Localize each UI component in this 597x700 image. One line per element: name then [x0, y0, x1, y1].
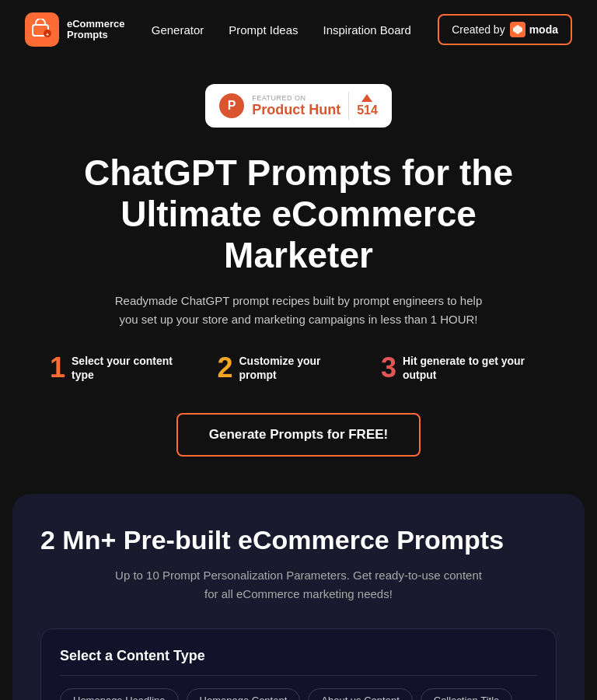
step-2-number: 2	[217, 354, 232, 382]
product-hunt-icon: P	[219, 93, 244, 118]
step-2-label: Customize your prompt	[239, 354, 350, 382]
content-tag-homepage-headline[interactable]: Homepage Headline	[60, 688, 179, 700]
ph-featured-label: FEATURED ON	[252, 94, 340, 102]
moda-name: moda	[529, 23, 558, 36]
logo-text: eCommerce Prompts	[67, 19, 124, 41]
bottom-section: 2 Mn+ Pre-built eCommerce Prompts Up to …	[12, 494, 585, 700]
hero-title: ChatGPT Prompts for the Ultimate eCommer…	[50, 152, 547, 276]
step-2: 2 Customize your prompt	[217, 354, 349, 382]
logo-icon: +	[25, 12, 59, 47]
product-hunt-badge[interactable]: P FEATURED ON Product Hunt 514	[205, 84, 392, 128]
bottom-title: 2 Mn+ Pre-built eCommerce Prompts	[40, 525, 557, 555]
navbar: + eCommerce Prompts Generator Prompt Ide…	[0, 0, 597, 59]
step-1: 1 Select your content type	[50, 354, 186, 382]
nav-link-inspiration-board[interactable]: Inspiration Board	[323, 23, 410, 37]
created-by-text: Created by	[452, 23, 504, 36]
hero-section: P FEATURED ON Product Hunt 514 ChatGPT P…	[0, 59, 597, 494]
step-1-text: Select your content type	[72, 354, 186, 382]
content-tag-about-us-content[interactable]: About us Content	[308, 688, 412, 700]
product-hunt-text: FEATURED ON Product Hunt	[252, 94, 340, 118]
content-tags: Homepage HeadlineHomepage ContentAbout u…	[60, 688, 537, 700]
step-3-number: 3	[381, 354, 396, 382]
ph-upvote-icon	[361, 94, 372, 102]
step-3-text: Hit generate to get your output	[403, 354, 547, 382]
ph-vote-count: 514	[357, 103, 378, 117]
moda-icon	[510, 22, 525, 37]
hero-subtitle: Readymade ChatGPT prompt recipes built b…	[104, 292, 493, 329]
step-3: 3 Hit generate to get your output	[381, 354, 547, 382]
step-1-number: 1	[50, 354, 65, 382]
content-tag-collection-title[interactable]: Collection Title	[421, 688, 513, 700]
moda-logo: moda	[510, 22, 558, 37]
svg-marker-3	[513, 25, 522, 34]
nav-link-prompt-ideas[interactable]: Prompt Ideas	[229, 23, 298, 37]
nav-links: Generator Prompt Ideas Inspiration Board	[152, 23, 411, 37]
content-type-card: Select a Content Type Homepage HeadlineH…	[40, 628, 557, 700]
ph-title: Product Hunt	[252, 102, 340, 118]
logo[interactable]: + eCommerce Prompts	[25, 12, 124, 47]
step-2-text: Customize your prompt	[239, 354, 350, 382]
bottom-subtitle: Up to 10 Prompt Personalization Paramete…	[112, 566, 485, 604]
steps-row: 1 Select your content type 2 Customize y…	[50, 354, 547, 382]
cta-button[interactable]: Generate Prompts for FREE!	[176, 413, 421, 457]
ph-divider	[348, 92, 349, 120]
nav-link-generator[interactable]: Generator	[152, 23, 204, 37]
created-by-button[interactable]: Created by moda	[438, 14, 572, 45]
ph-count-block: 514	[357, 94, 378, 117]
step-1-label: Select your content type	[72, 354, 186, 382]
content-tag-homepage-content[interactable]: Homepage Content	[187, 688, 301, 700]
svg-text:+: +	[46, 32, 49, 37]
content-type-title: Select a Content Type	[60, 648, 537, 676]
step-3-label: Hit generate to get your output	[403, 354, 547, 382]
